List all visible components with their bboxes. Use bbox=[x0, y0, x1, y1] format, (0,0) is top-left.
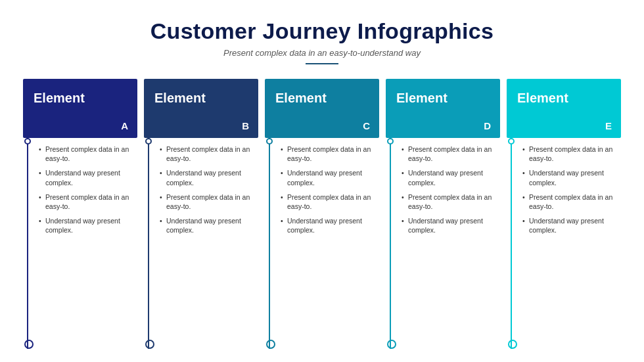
list-item: Understand way present complex. bbox=[281, 168, 374, 187]
divider bbox=[306, 63, 338, 64]
column-header-a: ElementA bbox=[23, 79, 137, 138]
column-body-c: Present complex data in an easy-to.Under… bbox=[265, 138, 379, 349]
element-label-a: Element bbox=[34, 91, 85, 106]
bullet-list-b: Present complex data in an easy-to.Under… bbox=[160, 145, 253, 235]
column-body-e: Present complex data in an easy-to.Under… bbox=[507, 138, 621, 349]
dot-top-e bbox=[508, 138, 515, 145]
element-label-b: Element bbox=[154, 91, 206, 106]
dot-top-b bbox=[145, 138, 152, 145]
column-d: ElementDPresent complex data in an easy-… bbox=[386, 79, 500, 349]
list-item: Present complex data in an easy-to. bbox=[160, 145, 253, 163]
column-header-d: ElementD bbox=[386, 79, 500, 138]
element-label-d: Element bbox=[396, 91, 448, 106]
list-item: Present complex data in an easy-to. bbox=[402, 192, 495, 211]
column-b: ElementBPresent complex data in an easy-… bbox=[144, 79, 258, 349]
list-item: Understand way present complex. bbox=[39, 216, 132, 235]
list-item: Understand way present complex. bbox=[160, 168, 253, 187]
list-item: Present complex data in an easy-to. bbox=[522, 145, 616, 163]
list-item: Understand way present complex. bbox=[522, 168, 616, 187]
list-item: Understand way present complex. bbox=[160, 216, 253, 235]
list-item: Understand way present complex. bbox=[281, 216, 374, 235]
bullet-list-c: Present complex data in an easy-to.Under… bbox=[281, 145, 374, 235]
list-item: Present complex data in an easy-to. bbox=[281, 145, 374, 163]
list-item: Present complex data in an easy-to. bbox=[39, 145, 132, 163]
main-title: Customer Journey Infographics bbox=[150, 18, 494, 44]
element-letter-e: E bbox=[605, 120, 612, 131]
column-e: ElementEPresent complex data in an easy-… bbox=[507, 79, 621, 349]
list-item: Understand way present complex. bbox=[39, 168, 132, 187]
page: Customer Journey Infographics Present co… bbox=[0, 0, 644, 362]
element-letter-b: B bbox=[242, 120, 249, 131]
list-item: Understand way present complex. bbox=[522, 216, 616, 235]
list-item: Present complex data in an easy-to. bbox=[160, 192, 253, 211]
column-header-e: ElementE bbox=[507, 79, 621, 138]
element-label-c: Element bbox=[275, 91, 327, 106]
bullet-list-e: Present complex data in an easy-to.Under… bbox=[522, 145, 616, 235]
list-item: Understand way present complex. bbox=[402, 168, 495, 187]
list-item: Present complex data in an easy-to. bbox=[522, 192, 616, 211]
dot-top-c bbox=[266, 138, 273, 145]
header: Customer Journey Infographics Present co… bbox=[150, 18, 494, 75]
element-label-e: Element bbox=[517, 91, 568, 106]
list-item: Present complex data in an easy-to. bbox=[39, 192, 132, 211]
list-item: Present complex data in an easy-to. bbox=[281, 192, 374, 211]
element-letter-c: C bbox=[363, 120, 370, 131]
dot-top-d bbox=[387, 138, 394, 145]
subtitle: Present complex data in an easy-to-under… bbox=[150, 48, 494, 58]
column-header-c: ElementC bbox=[265, 79, 379, 138]
bullet-list-d: Present complex data in an easy-to.Under… bbox=[402, 145, 495, 235]
column-c: ElementCPresent complex data in an easy-… bbox=[265, 79, 379, 349]
column-body-d: Present complex data in an easy-to.Under… bbox=[386, 138, 500, 349]
column-a: ElementAPresent complex data in an easy-… bbox=[23, 79, 137, 349]
column-header-b: ElementB bbox=[144, 79, 258, 138]
column-body-a: Present complex data in an easy-to.Under… bbox=[23, 138, 137, 349]
list-item: Present complex data in an easy-to. bbox=[402, 145, 495, 163]
columns-container: ElementAPresent complex data in an easy-… bbox=[20, 79, 624, 349]
element-letter-d: D bbox=[484, 120, 491, 131]
dot-top-a bbox=[24, 138, 31, 145]
list-item: Understand way present complex. bbox=[402, 216, 495, 235]
element-letter-a: A bbox=[121, 120, 128, 131]
bullet-list-a: Present complex data in an easy-to.Under… bbox=[39, 145, 132, 235]
column-body-b: Present complex data in an easy-to.Under… bbox=[144, 138, 258, 349]
